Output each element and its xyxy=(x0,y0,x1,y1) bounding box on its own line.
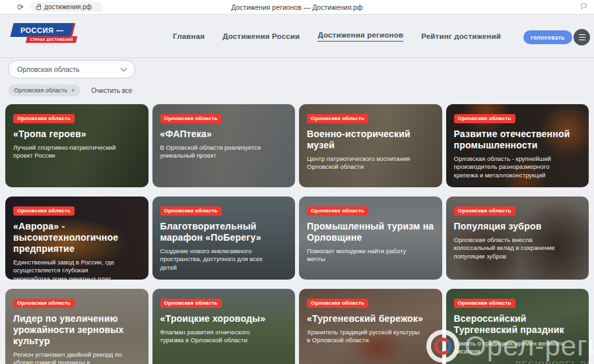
logo-bottom-banner: СТРАНА ДОСТИЖЕНИЙ xyxy=(26,36,77,43)
card-title: Благотворительный марафон «ПоБерегу» xyxy=(160,221,288,243)
region-badge: Орловская область xyxy=(13,299,75,308)
achievement-card-marathon[interactable]: Орловская область Благотворительный мара… xyxy=(152,197,296,280)
achievement-card-grain-yield[interactable]: Орловская область Лидер по увеличению ур… xyxy=(5,289,148,364)
card-description: Память о традициях времен великого писат… xyxy=(454,340,568,356)
card-title: Развитие отечественной промышленности xyxy=(454,129,581,151)
achievements-grid: Орловская область «Тропа героев» Лучший … xyxy=(5,104,589,364)
reload-icon[interactable]: ⟳ xyxy=(17,3,24,11)
vote-button[interactable]: голосовать xyxy=(523,30,572,44)
chip-close-icon[interactable]: × xyxy=(71,87,75,94)
site-header: РОССИЯ — СТРАНА ДОСТИЖЕНИЙ Главная Дости… xyxy=(0,15,594,58)
achievement-card-industry[interactable]: Орловская область Развитие отечественной… xyxy=(446,104,589,187)
region-badge: Орловская область xyxy=(160,206,222,216)
menu-burger-button[interactable] xyxy=(574,29,590,46)
lock-icon xyxy=(36,6,41,10)
site-logo[interactable]: РОССИЯ — СТРАНА ДОСТИЖЕНИЙ xyxy=(12,23,77,43)
achievement-card-troitskie-horovody[interactable]: Орловская область «Троицкие хороводы» Фл… xyxy=(152,289,296,364)
nav-item-region-achievements[interactable]: Достижения регионов xyxy=(317,31,403,42)
achievement-card-bison[interactable]: Орловская область Популяция зубров Орлов… xyxy=(446,197,589,280)
region-select[interactable]: Орловская область xyxy=(8,60,135,78)
card-title: «Аврора» - высокотехнологичное предприят… xyxy=(13,221,141,255)
achievement-card-industrial-tourism[interactable]: Орловская область Промышленный туризм на… xyxy=(299,197,442,280)
card-title: Военно-исторический музей xyxy=(307,129,434,151)
region-filter-chip[interactable]: Орловская область × xyxy=(8,84,81,96)
card-description: Единственный завод в России, где осущест… xyxy=(13,258,127,280)
region-badge: Орловская область xyxy=(307,299,368,308)
card-description: В Орловской области реализуется уникальн… xyxy=(160,144,274,160)
card-title: «Троицкие хороводы» xyxy=(160,313,288,324)
card-description: Лучший спортивно-патриотический проект Р… xyxy=(13,144,127,160)
clear-all-filters-link[interactable]: Очистить все xyxy=(91,87,132,94)
active-filters-row: Орловская область × Очистить все xyxy=(8,84,594,96)
region-badge: Орловская область xyxy=(454,299,515,308)
card-description: Хранитель традиций русской культуры в Ор… xyxy=(307,328,420,345)
chevron-down-icon xyxy=(121,65,127,72)
nav-item-russia-achievements[interactable]: Достижения России xyxy=(222,32,300,40)
browser-extension-icon[interactable] xyxy=(580,3,587,11)
achievement-card-military-museum[interactable]: Орловская область Военно-исторический му… xyxy=(299,104,442,187)
achievement-card-turgenevsky-berezhok[interactable]: Орловская область «Тургеневский бережок»… xyxy=(299,289,442,364)
card-title: «Тропа героев» xyxy=(13,129,141,140)
region-badge: Орловская область xyxy=(454,114,515,123)
region-badge: Орловская область xyxy=(307,114,368,123)
card-title: «Тургеневский бережок» xyxy=(307,313,434,324)
chip-label: Орловская область xyxy=(14,87,67,94)
card-description: Создание нового инклюзивного пространств… xyxy=(160,247,274,272)
card-description: Орловская область внесла колоссальный вк… xyxy=(454,236,568,261)
region-badge: Орловская область xyxy=(454,206,515,216)
achievement-card-avrora[interactable]: Орловская область «Аврора» - высокотехно… xyxy=(5,197,148,280)
url-text: достижения.рф xyxy=(44,3,92,11)
main-nav: Главная Достижения России Достижения рег… xyxy=(173,15,501,57)
card-title: Всероссийский Тургеневский праздник xyxy=(454,313,581,336)
nav-item-home[interactable]: Главная xyxy=(173,32,205,40)
region-badge: Орловская область xyxy=(160,299,222,308)
card-description: Флагман развития этнического туризма в О… xyxy=(160,328,274,345)
card-title: Популяция зубров xyxy=(454,221,581,232)
address-bar[interactable]: достижения.рф xyxy=(30,2,103,12)
achievement-card-tropa-geroev[interactable]: Орловская область «Тропа героев» Лучший … xyxy=(5,104,148,187)
logo-top-banner: РОССИЯ — xyxy=(10,23,75,37)
region-badge: Орловская область xyxy=(13,206,75,216)
card-description: Регион установил двойной рекорд по уборк… xyxy=(13,351,127,364)
filters-panel: Орловская область Орловская область × Оч… xyxy=(0,58,594,96)
region-badge: Орловская область xyxy=(160,114,222,123)
card-title: «ФАПтека» xyxy=(160,129,288,140)
achievement-card-fapteka[interactable]: Орловская область «ФАПтека» В Орловской … xyxy=(152,104,296,187)
region-badge: Орловская область xyxy=(13,114,75,123)
card-description: Центр патриотического воспитания Орловск… xyxy=(307,155,420,171)
card-description: Орловская область - крупнейший производи… xyxy=(454,155,568,180)
card-title: Промышленный туризм на Орловщине xyxy=(307,221,434,243)
region-badge: Орловская область xyxy=(307,206,368,216)
achievement-card-turgenev-festival[interactable]: Орловская область Всероссийский Тургенев… xyxy=(446,289,589,364)
card-description: Помогает молодежи найти работу мечты xyxy=(307,247,420,264)
card-title: Лидер по увеличению урожайности зерновых… xyxy=(13,313,141,347)
region-select-value: Орловская область xyxy=(17,65,80,73)
browser-chrome: ⟳ достижения.рф Достижения регионов — До… xyxy=(0,0,594,15)
nav-item-achievements-rating[interactable]: Рейтинг достижений xyxy=(421,32,501,40)
